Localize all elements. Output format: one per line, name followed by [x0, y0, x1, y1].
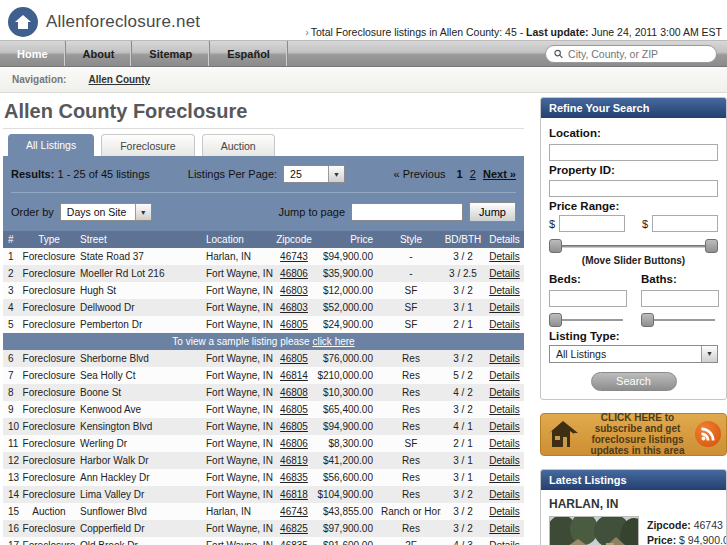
- listing-row: 3ForeclosureHugh StFort Wayne, IN46803$1…: [3, 282, 524, 299]
- sample-listing-banner: To view a sample listing please click he…: [3, 333, 524, 350]
- per-page-label: Listings Per Page:: [188, 168, 277, 180]
- search-icon: [554, 49, 563, 59]
- zipcode-link[interactable]: 46805: [280, 404, 308, 415]
- zipcode-link[interactable]: 46819: [280, 455, 308, 466]
- zipcode-link[interactable]: 46806: [280, 438, 308, 449]
- pagination-next[interactable]: Next »: [483, 168, 516, 180]
- zipcode-link[interactable]: 46825: [280, 523, 308, 534]
- details-link[interactable]: Details: [489, 251, 520, 262]
- chevron-down-icon[interactable]: ▼: [135, 204, 151, 220]
- price-max-input[interactable]: [652, 215, 718, 232]
- listing-row: 4ForeclosureDellwood DrFort Wayne, IN468…: [3, 299, 524, 316]
- nav-item-espanol[interactable]: Español: [210, 41, 288, 66]
- pagination-previous[interactable]: « Previous: [394, 168, 446, 180]
- subscribe-banner[interactable]: CLICK HERE to subscribe and get foreclos…: [540, 413, 727, 456]
- beds-slider-handle[interactable]: [549, 313, 562, 327]
- price-slider-max-handle[interactable]: [705, 239, 718, 253]
- jump-to-page-input[interactable]: [351, 203, 463, 221]
- details-link[interactable]: Details: [489, 387, 520, 398]
- zipcode-link[interactable]: 46808: [280, 387, 308, 398]
- latest-listing-city: HARLAN, IN: [549, 497, 718, 511]
- nav-item-sitemap[interactable]: Sitemap: [132, 41, 210, 66]
- results-toolbar: Results: 1 - 25 of 45 listings Listings …: [3, 156, 524, 231]
- details-link[interactable]: Details: [489, 438, 520, 449]
- tab-auction[interactable]: Auction: [202, 134, 275, 156]
- baths-input[interactable]: [641, 290, 719, 307]
- detail-zipcode: Zipcode: 46743: [647, 518, 727, 534]
- nav-item-home[interactable]: Home: [0, 41, 66, 66]
- refine-search-header: Refine Your Search: [541, 98, 726, 118]
- search-input[interactable]: [568, 48, 708, 60]
- page-title: Allen County Foreclosure: [3, 97, 530, 128]
- details-link[interactable]: Details: [489, 455, 520, 466]
- last-update-label: Last update:: [526, 26, 588, 38]
- price-range-slider: [549, 238, 718, 254]
- order-by-label: Order by: [11, 206, 54, 218]
- zipcode-link[interactable]: 46805: [280, 421, 308, 432]
- details-link[interactable]: Details: [489, 472, 520, 483]
- details-link[interactable]: Details: [489, 404, 520, 415]
- table-header-row: #TypeStreetLocationZipcodePriceStyleBD/B…: [3, 231, 524, 248]
- zipcode-link[interactable]: 46814: [280, 370, 308, 381]
- site-logo[interactable]: Allenforeclosure.net: [8, 7, 200, 37]
- listing-row: 5ForeclosurePemberton DrFort Wayne, IN46…: [3, 316, 524, 333]
- zipcode-link[interactable]: 46806: [280, 268, 308, 279]
- order-by-select[interactable]: Days on Site ▼: [60, 203, 152, 221]
- details-link[interactable]: Details: [489, 489, 520, 500]
- chevron-down-icon[interactable]: ▼: [328, 166, 344, 182]
- chevron-down-icon[interactable]: ▼: [701, 346, 717, 362]
- details-link[interactable]: Details: [489, 506, 520, 517]
- listing-row: 15AuctionSunflower BlvdHarlan, IN46743$4…: [3, 503, 524, 520]
- pagination-page-2[interactable]: 2: [470, 168, 476, 180]
- listing-row: 12ForeclosureHarbor Walk DrFort Wayne, I…: [3, 452, 524, 469]
- zipcode-link[interactable]: 46803: [280, 285, 308, 296]
- latest-listing-item[interactable]: Zipcode: 46743 Price: $ 94,900.00 Style:…: [549, 516, 718, 545]
- listing-row: 14ForeclosureLima Valley DrFort Wayne, I…: [3, 486, 524, 503]
- column-header: Location: [203, 231, 273, 248]
- subscribe-text: CLICK HERE to subscribe and get foreclos…: [580, 412, 695, 456]
- baths-slider-handle[interactable]: [641, 313, 654, 327]
- refine-search-button[interactable]: Search: [591, 372, 677, 391]
- property-id-input[interactable]: [549, 180, 718, 197]
- refine-search-panel: Refine Your Search Location: Property ID…: [540, 97, 727, 400]
- details-link[interactable]: Details: [489, 540, 520, 545]
- zipcode-link[interactable]: 46835: [280, 472, 308, 483]
- details-link[interactable]: Details: [489, 353, 520, 364]
- listing-type-select[interactable]: All Listings ▼: [549, 345, 718, 363]
- zipcode-link[interactable]: 46743: [280, 251, 308, 262]
- details-link[interactable]: Details: [489, 523, 520, 534]
- price-slider-min-handle[interactable]: [549, 239, 562, 253]
- tab-foreclosure[interactable]: Foreclosure: [101, 134, 194, 156]
- details-link[interactable]: Details: [489, 302, 520, 313]
- per-page-select[interactable]: 25 ▼: [283, 165, 345, 183]
- beds-input[interactable]: [549, 290, 627, 307]
- arrow-right-icon: ›: [305, 26, 309, 38]
- details-link[interactable]: Details: [489, 268, 520, 279]
- listing-row: 2ForeclosureMoeller Rd Lot 216Fort Wayne…: [3, 265, 524, 282]
- zipcode-link[interactable]: 46803: [280, 302, 308, 313]
- zipcode-link[interactable]: 46805: [280, 319, 308, 330]
- location-input[interactable]: [549, 144, 718, 161]
- details-link[interactable]: Details: [489, 319, 520, 330]
- toolbar-divider: [11, 192, 516, 193]
- jump-button[interactable]: Jump: [469, 202, 516, 222]
- details-link[interactable]: Details: [489, 421, 520, 432]
- latest-listings-panel: Latest Listings HARLAN, IN: [540, 469, 727, 545]
- listing-row: 6ForeclosureSherborne BlvdFort Wayne, IN…: [3, 350, 524, 367]
- nav-item-about[interactable]: About: [66, 41, 133, 66]
- price-range-label: Price Range:: [549, 200, 718, 212]
- dollar-sign: $: [549, 218, 555, 230]
- sample-listing-link[interactable]: click here: [312, 336, 354, 347]
- price-min-input[interactable]: [559, 215, 625, 232]
- zipcode-link[interactable]: 46818: [280, 489, 308, 500]
- zipcode-link[interactable]: 46835: [280, 540, 308, 545]
- column-header: Price: [315, 231, 381, 248]
- rss-icon: [695, 421, 721, 447]
- site-name: Allenforeclosure.net: [46, 12, 200, 32]
- details-link[interactable]: Details: [489, 285, 520, 296]
- zipcode-link[interactable]: 46743: [280, 506, 308, 517]
- zipcode-link[interactable]: 46805: [280, 353, 308, 364]
- tab-all-listings[interactable]: All Listings: [8, 134, 94, 156]
- breadcrumb-link-allen-county[interactable]: Allen County: [88, 74, 150, 85]
- details-link[interactable]: Details: [489, 370, 520, 381]
